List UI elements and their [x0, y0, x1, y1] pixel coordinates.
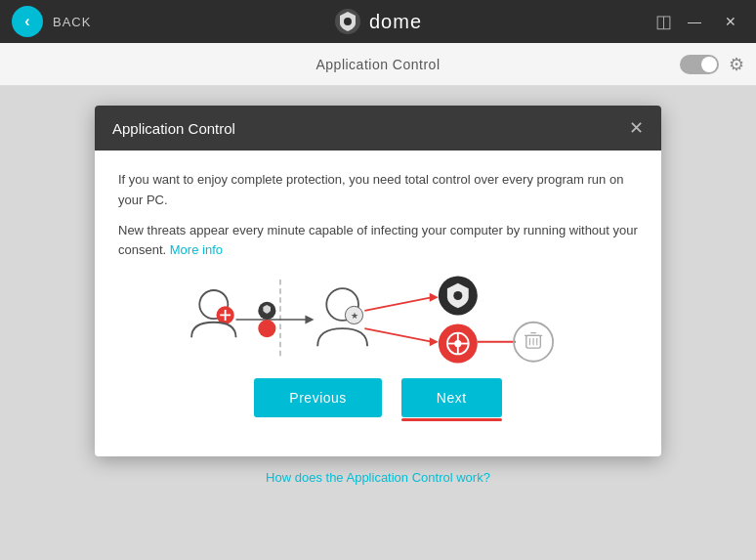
svg-point-1: [344, 18, 352, 25]
dialog: Application Control ✕ If you want to enj…: [95, 106, 661, 456]
illustration-svg: ★: [118, 271, 638, 368]
svg-line-12: [364, 297, 431, 311]
sub-header-title: Application Control: [315, 57, 440, 72]
settings-button[interactable]: ⚙: [729, 54, 744, 75]
bottom-help-link[interactable]: How does the Application Control work?: [266, 470, 490, 485]
toggle-switch[interactable]: [680, 55, 719, 74]
toggle-knob: [701, 57, 717, 72]
dialog-title: Application Control: [112, 120, 235, 137]
dialog-close-button[interactable]: ✕: [629, 119, 644, 137]
svg-marker-15: [430, 337, 439, 346]
svg-line-13: [364, 328, 431, 342]
svg-marker-14: [430, 293, 439, 302]
close-window-button[interactable]: ✕: [717, 10, 744, 33]
logo-text: dome: [369, 11, 422, 33]
next-button[interactable]: Next: [401, 378, 502, 417]
sub-header-controls: ⚙: [680, 54, 744, 75]
svg-marker-6: [305, 316, 314, 324]
window-controls: ◫ — ✕: [655, 10, 744, 33]
logo-area: dome: [334, 8, 422, 35]
back-label: BACK: [53, 15, 91, 29]
previous-button[interactable]: Previous: [254, 378, 381, 417]
dialog-body: If you want to enjoy complete protection…: [95, 151, 661, 456]
title-bar: ‹ BACK dome ◫ — ✕: [0, 0, 756, 43]
user-icon[interactable]: ◫: [655, 11, 672, 32]
logo-icon: [334, 8, 361, 35]
main-area: Application Control ✕ If you want to enj…: [0, 86, 756, 560]
dialog-header: Application Control ✕: [95, 106, 661, 151]
dialog-buttons: Previous Next: [118, 378, 638, 437]
sub-header: Application Control ⚙: [0, 43, 756, 86]
more-info-link[interactable]: More info: [170, 242, 223, 257]
svg-point-8: [258, 320, 275, 337]
svg-text:★: ★: [351, 311, 358, 321]
back-button[interactable]: ‹: [12, 6, 43, 37]
svg-point-17: [453, 291, 462, 300]
minimize-button[interactable]: —: [680, 10, 709, 33]
illustration: ★: [118, 271, 638, 378]
dialog-text-2: New threats appear every minute capable …: [118, 221, 638, 262]
dialog-text-1: If you want to enjoy complete protection…: [118, 170, 638, 211]
